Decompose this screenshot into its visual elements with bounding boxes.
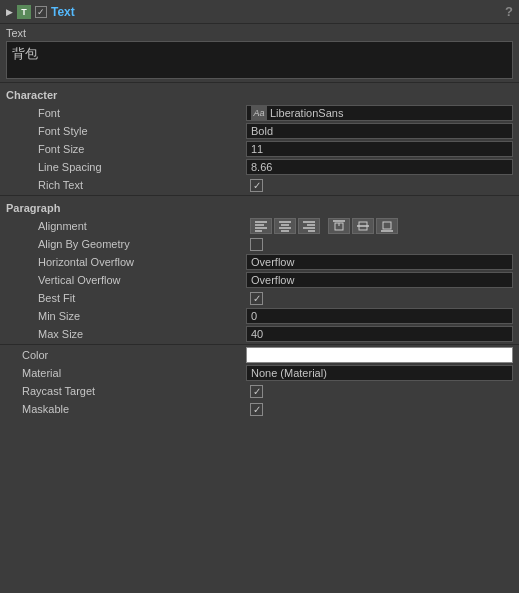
- rich-text-row: Rich Text: [0, 176, 519, 194]
- best-fit-label: Best Fit: [6, 292, 246, 304]
- component-icon: T: [17, 5, 31, 19]
- color-picker[interactable]: [246, 347, 513, 363]
- component-header: ▶ T Text ?: [0, 0, 519, 24]
- raycast-label: Raycast Target: [6, 385, 246, 397]
- color-row: Color: [0, 346, 519, 364]
- best-fit-row: Best Fit: [0, 289, 519, 307]
- align-center-button[interactable]: [274, 218, 296, 234]
- line-spacing-label: Line Spacing: [6, 161, 246, 173]
- font-style-label: Font Style: [6, 125, 246, 137]
- paragraph-header: Paragraph: [0, 197, 519, 217]
- maskable-checkbox-container: [246, 401, 513, 417]
- component-enable-checkbox[interactable]: [35, 6, 47, 18]
- align-bottom-button[interactable]: [376, 218, 398, 234]
- help-icon[interactable]: ?: [505, 4, 513, 19]
- font-value-text: LiberationSans: [270, 107, 343, 119]
- vertical-overflow-row: Vertical Overflow Overflow: [0, 271, 519, 289]
- font-value[interactable]: Aa LiberationSans: [246, 105, 513, 121]
- alignment-buttons: [246, 218, 513, 234]
- vertical-overflow-value[interactable]: Overflow: [246, 272, 513, 288]
- raycast-checkbox[interactable]: [250, 385, 263, 398]
- raycast-row: Raycast Target: [0, 382, 519, 400]
- material-label: Material: [6, 367, 246, 379]
- horizontal-overflow-row: Horizontal Overflow Overflow: [0, 253, 519, 271]
- align-geometry-row: Align By Geometry: [0, 235, 519, 253]
- min-size-row: Min Size 0: [0, 307, 519, 325]
- rich-text-checkbox[interactable]: [250, 179, 263, 192]
- text-field-section: Text 背包: [0, 24, 519, 81]
- align-right-button[interactable]: [298, 218, 320, 234]
- color-label: Color: [6, 349, 246, 361]
- font-size-value[interactable]: 11: [246, 141, 513, 157]
- font-label: Font: [6, 107, 246, 119]
- font-size-row: Font Size 11: [0, 140, 519, 158]
- best-fit-checkbox-container: [246, 290, 513, 306]
- svg-rect-18: [383, 222, 391, 229]
- best-fit-checkbox[interactable]: [250, 292, 263, 305]
- font-row: Font Aa LiberationSans: [0, 104, 519, 122]
- align-geometry-label: Align By Geometry: [6, 238, 246, 250]
- align-top-button[interactable]: [328, 218, 350, 234]
- raycast-checkbox-container: [246, 383, 513, 399]
- vertical-overflow-label: Vertical Overflow: [6, 274, 246, 286]
- align-left-button[interactable]: [250, 218, 272, 234]
- font-size-label: Font Size: [6, 143, 246, 155]
- material-value[interactable]: None (Material): [246, 365, 513, 381]
- character-header: Character: [0, 84, 519, 104]
- max-size-label: Max Size: [6, 328, 246, 340]
- font-style-value[interactable]: Bold: [246, 123, 513, 139]
- align-geometry-checkbox[interactable]: [250, 238, 263, 251]
- font-icon: Aa: [251, 105, 267, 121]
- min-size-label: Min Size: [6, 310, 246, 322]
- align-geometry-checkbox-container: [246, 236, 513, 252]
- alignment-label: Alignment: [6, 220, 246, 232]
- line-spacing-row: Line Spacing 8.66: [0, 158, 519, 176]
- maskable-checkbox[interactable]: [250, 403, 263, 416]
- rich-text-label: Rich Text: [6, 179, 246, 191]
- maskable-row: Maskable: [0, 400, 519, 418]
- line-spacing-value[interactable]: 8.66: [246, 159, 513, 175]
- collapse-arrow[interactable]: ▶: [6, 7, 13, 17]
- text-input[interactable]: 背包: [6, 41, 513, 79]
- max-size-value[interactable]: 40: [246, 326, 513, 342]
- material-row: Material None (Material): [0, 364, 519, 382]
- align-middle-button[interactable]: [352, 218, 374, 234]
- horizontal-overflow-value[interactable]: Overflow: [246, 254, 513, 270]
- font-style-row: Font Style Bold: [0, 122, 519, 140]
- horizontal-overflow-label: Horizontal Overflow: [6, 256, 246, 268]
- component-title: Text: [51, 5, 75, 19]
- alignment-row: Alignment: [0, 217, 519, 235]
- text-field-label: Text: [6, 27, 513, 39]
- min-size-value[interactable]: 0: [246, 308, 513, 324]
- max-size-row: Max Size 40: [0, 325, 519, 343]
- maskable-label: Maskable: [6, 403, 246, 415]
- rich-text-checkbox-container: [246, 177, 513, 193]
